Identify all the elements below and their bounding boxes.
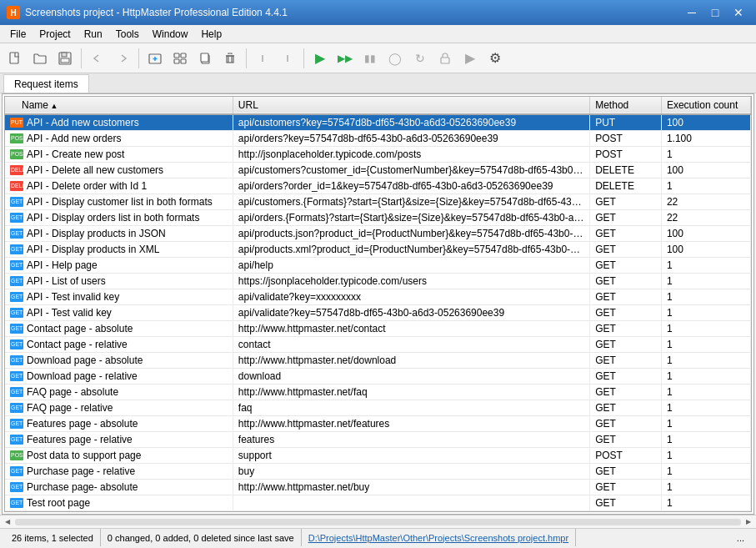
cell-exec: 1 <box>661 400 750 416</box>
separator-3 <box>246 48 247 68</box>
settings-button[interactable]: ⚙ <box>483 47 507 70</box>
table-row[interactable]: GET Purchase page - relative buy GET 1 <box>5 464 751 480</box>
cell-exec: 1 <box>661 385 750 400</box>
cell-url <box>233 495 589 511</box>
svg-rect-2 <box>62 53 67 57</box>
back-button[interactable] <box>86 47 109 70</box>
down-button[interactable] <box>276 47 299 70</box>
cell-url: api/orders?key=57547d8b-df65-43b0-a6d3-0… <box>233 131 589 147</box>
svg-rect-10 <box>181 59 186 63</box>
pause-button[interactable]: ◯ <box>383 47 407 70</box>
table-row[interactable]: GET Contact page - absolute http://www.h… <box>5 321 751 337</box>
table-row[interactable]: PUT API - Add new customers api/customer… <box>5 114 751 131</box>
table-row[interactable]: HEAD Test root page - headers only HEAD … <box>5 511 751 513</box>
cell-method: GET <box>590 242 662 258</box>
cell-url: http://www.httpmaster.net/download <box>233 353 589 369</box>
cell-exec: 1 <box>661 289 750 305</box>
row-icon: POST <box>10 450 23 460</box>
table-row[interactable]: GET API - Display orders list in both fo… <box>5 210 751 226</box>
new-button[interactable] <box>3 47 27 70</box>
scroll-left-arrow[interactable]: ◀ <box>2 516 13 528</box>
forward-button[interactable] <box>111 47 134 70</box>
group-button[interactable] <box>168 47 192 70</box>
menu-project[interactable]: Project <box>33 26 77 43</box>
title-bar-title: Screenshots project - HttpMaster Profess… <box>25 7 288 18</box>
table-row[interactable]: DELETE API - Delete all new customers ap… <box>5 163 751 178</box>
cell-name: GET API - Test invalid key <box>5 289 233 305</box>
title-bar-controls: ─ □ ✕ <box>681 4 749 21</box>
copy-button[interactable] <box>193 47 217 70</box>
menu-window[interactable]: Window <box>146 26 195 43</box>
scroll-right-arrow[interactable]: ▶ <box>743 516 754 528</box>
table-row[interactable]: POST API - Create new post http://jsonpl… <box>5 147 751 163</box>
close-button[interactable]: ✕ <box>728 4 749 21</box>
table-row[interactable]: GET Contact page - relative contact GET … <box>5 337 751 353</box>
col-header-name[interactable]: Name <box>5 97 233 114</box>
minimize-button[interactable]: ─ <box>681 4 703 21</box>
cell-method: GET <box>590 210 662 226</box>
status-path[interactable]: D:\Projects\HttpMaster\Other\Projects\Sc… <box>302 529 576 546</box>
cell-exec: 1 <box>661 258 750 274</box>
table-row[interactable]: GET Purchase page- absolute http://www.h… <box>5 480 751 495</box>
cell-url: api/customers.{Formats}?start={Start}&si… <box>233 194 589 210</box>
row-icon: POST <box>10 133 23 143</box>
menu-run[interactable]: Run <box>78 26 109 43</box>
table-row[interactable]: GET Features page - relative features GE… <box>5 432 751 448</box>
table-row[interactable]: GET Download page - relative download GE… <box>5 369 751 385</box>
up-button[interactable] <box>251 47 274 70</box>
run-button[interactable]: ▶ <box>308 47 332 70</box>
menu-tools[interactable]: Tools <box>109 26 146 43</box>
cell-method: DELETE <box>590 178 662 194</box>
cell-exec: 1 <box>661 416 750 432</box>
cell-exec: 1 <box>661 337 750 353</box>
svg-rect-7 <box>174 53 179 58</box>
open-button[interactable] <box>28 47 52 70</box>
cell-url: http://www.httpmaster.net/buy <box>233 480 589 495</box>
cell-exec: 1 <box>661 369 750 385</box>
col-header-exec[interactable]: Execution count <box>661 97 750 114</box>
menu-file[interactable]: File <box>3 26 33 43</box>
cell-url: http://www.httpmaster.net/faq <box>233 385 589 400</box>
table-row[interactable]: GET API - Display products in XML api/pr… <box>5 242 751 258</box>
tab-request-items[interactable]: Request items <box>3 74 89 93</box>
play-circle-button[interactable]: ▶ <box>458 47 482 70</box>
cell-name: GET Contact page - relative <box>5 337 233 353</box>
row-icon: GET <box>10 498 23 508</box>
cell-url: api/orders.{Formats}?start={Start}&size=… <box>233 210 589 226</box>
svg-rect-12 <box>201 53 208 62</box>
cell-method: POST <box>590 448 662 464</box>
table-row[interactable]: GET API - Display products in JSON api/p… <box>5 226 751 242</box>
menu-help[interactable]: Help <box>194 26 228 43</box>
cell-exec: 1 <box>661 464 750 480</box>
table-row[interactable]: GET FAQ page - relative faq GET 1 <box>5 400 751 416</box>
table-row[interactable]: GET API - Test invalid key api/validate?… <box>5 289 751 305</box>
data-table-container[interactable]: Name URL Method Execution count PUT API … <box>4 96 752 512</box>
table-row[interactable]: GET Features page - absolute http://www.… <box>5 416 751 432</box>
table-row[interactable]: GET API - Test valid key api/validate?ke… <box>5 305 751 321</box>
scroll-track[interactable] <box>15 519 741 525</box>
lock-button[interactable] <box>433 47 457 70</box>
table-row[interactable]: POST Post data to support page support P… <box>5 448 751 464</box>
maximize-button[interactable]: □ <box>704 4 726 21</box>
table-row[interactable]: GET Download page - absolute http://www.… <box>5 353 751 369</box>
cell-method: GET <box>590 337 662 353</box>
cell-name: POST Post data to support page <box>5 448 233 464</box>
table-row[interactable]: GET API - Display customer list in both … <box>5 194 751 210</box>
stop-button[interactable]: ▮▮ <box>358 47 382 70</box>
col-header-url[interactable]: URL <box>233 97 589 114</box>
col-header-method[interactable]: Method <box>590 97 662 114</box>
run-all-button[interactable]: ▶▶ <box>333 47 357 70</box>
replay-button[interactable]: ↻ <box>408 47 432 70</box>
save-button[interactable] <box>53 47 77 70</box>
cell-exec: 1.100 <box>661 131 750 147</box>
delete-button[interactable] <box>218 47 242 70</box>
table-row[interactable]: GET API - Help page api/help GET 1 <box>5 258 751 274</box>
table-row[interactable]: GET API - List of users https://jsonplac… <box>5 274 751 289</box>
table-row[interactable]: GET Test root page GET 1 <box>5 495 751 511</box>
table-row[interactable]: GET FAQ page - absolute http://www.httpm… <box>5 385 751 400</box>
table-row[interactable]: POST API - Add new orders api/orders?key… <box>5 131 751 147</box>
cell-url: api/orders?order_id=1&key=57547d8b-df65-… <box>233 178 589 194</box>
add-button[interactable] <box>143 47 167 70</box>
table-row[interactable]: DELETE API - Delete order with Id 1 api/… <box>5 178 751 194</box>
horizontal-scrollbar[interactable]: ◀ ▶ <box>0 515 756 528</box>
